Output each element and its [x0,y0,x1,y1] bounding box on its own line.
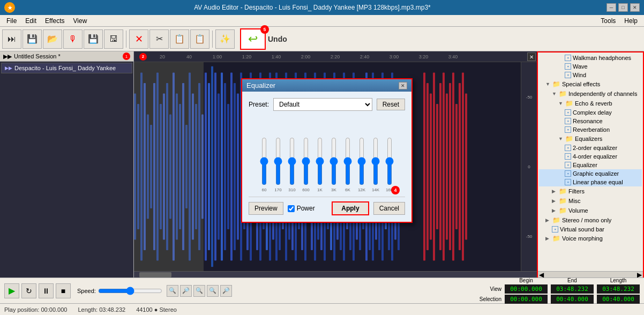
tick-300: 3:00 [379,54,409,59]
tree-item-wind[interactable]: ▪ Wind [539,71,642,79]
eq-slider-input-16k[interactable] [386,137,393,185]
tree-item-volume[interactable]: ▶ 📁 Volume [539,206,642,215]
eq-preset-select[interactable]: Default Bass Boost Treble Boost Rock Pop [273,98,372,111]
eq-slider-input-3k[interactable] [330,137,338,185]
svg-rect-26 [214,73,216,261]
apply-button[interactable]: Apply [332,201,369,215]
loop-button[interactable]: ↻ [21,283,36,298]
close-button[interactable]: ✕ [630,3,640,12]
titlebar: ★ AV Audio Editor - Despacito - Luis Fon… [0,0,644,15]
file-icon: ▪ [565,162,571,168]
svg-rect-30 [227,104,229,229]
tree-item-wave[interactable]: ▪ Wave [539,62,642,71]
tree-item-walkman[interactable]: ▪ Walkman headphones [539,54,642,62]
minimize-button[interactable]: ─ [606,3,616,12]
tree-item-virtual-sound-bar[interactable]: ▪ Virtual sound bar [539,225,642,234]
menu-view[interactable]: View [69,16,92,26]
tree-item-graphic-eq[interactable]: ▪ Graphic equalizer [539,169,642,178]
svg-rect-23 [205,73,207,261]
tree-item-2order[interactable]: ▪ 2-order equalizer [539,144,642,152]
waveform-scrollbar[interactable] [134,271,537,278]
tree-label: Wave [573,63,588,70]
tb-skip-forward[interactable]: ⏭ [2,29,21,49]
eq-close-button[interactable]: ✕ [399,82,407,89]
tick-220: 2:20 [320,54,350,59]
tb-record[interactable]: 🎙 [63,29,83,49]
svg-rect-29 [224,83,226,250]
speed-slider[interactable] [98,287,162,295]
tree-item-indep-channels[interactable]: ▼ 📁 Independently of channels [539,89,642,99]
eq-slider-input-600[interactable] [302,137,310,185]
tb-open[interactable]: 📂 [43,29,62,49]
power-checkbox[interactable] [288,205,295,212]
tb-save2[interactable]: 💾 [84,29,103,49]
zoom-out[interactable]: 🔎 [180,285,192,297]
play-button[interactable]: ▶ [4,283,19,298]
eq-freq-600: 600 [301,188,311,192]
maximize-button[interactable]: □ [618,3,628,12]
zoom-in[interactable]: 🔍 [167,285,178,297]
tree-item-equalizer[interactable]: ▪ Equalizer [539,161,642,169]
tb-paste[interactable]: 📋 [190,29,209,49]
tree-item-reverberation[interactable]: ▪ Reverberation [539,125,642,134]
folder-icon: 📁 [559,207,567,214]
eq-slider-310: 310 [287,137,297,192]
tree-label: 4-order equalizer [573,153,617,160]
scroll-left-arrow[interactable]: ◀ [539,271,544,278]
eq-footer: Preview Power Apply Cancel [249,197,405,215]
waveform-area[interactable]: 2 20 40 1:00 1:20 1:40 2:00 2:20 2:40 3:… [134,51,537,278]
menu-help[interactable]: Help [620,16,642,26]
tree-item-voice-morphing[interactable]: ▶ 📁 Voice morphing [539,234,642,243]
tree-item-linear-phase[interactable]: ▪ Linear phase equal [539,178,642,186]
svg-rect-84 [423,73,425,261]
tb-cut[interactable]: ✂ [149,29,169,49]
tb-save3[interactable]: 🖫 [104,29,123,49]
menu-tools[interactable]: Tools [596,16,620,26]
eq-slider-input-12k[interactable] [358,137,365,185]
eq-freq-1k: 1K [314,188,325,192]
effects-panel-scrollbar[interactable]: ◀ ▶ [538,271,643,278]
cancel-button[interactable]: Cancel [373,202,405,215]
eq-slider-input-170[interactable] [274,137,282,185]
tree-item-special-effects[interactable]: ▼ 📁 Special effects [539,79,642,89]
tree-item-stereo-mono[interactable]: ▶ 📁 Stereo / mono only [539,215,642,225]
track-item[interactable]: ▶▶ Despacito - Luis Fonsi_ Daddy Yankee [1,63,132,73]
menu-file[interactable]: File [2,16,21,26]
zoom-reset[interactable]: 🔍 [193,285,205,297]
tree-item-equalizers[interactable]: ▼ 📁 Equalizers [539,134,642,144]
folder-icon: 📁 [559,197,567,205]
waveform-close[interactable]: ✕ [527,52,536,61]
scrollbar-thumb[interactable] [139,272,171,278]
eq-reset-button[interactable]: Reset [377,99,405,110]
eq-slider-input-310[interactable] [288,137,296,185]
stop-button[interactable]: ■ [56,283,71,298]
menu-edit[interactable]: Edit [21,16,41,26]
tree-item-4order[interactable]: ▪ 4-order equalizer [539,152,642,161]
pause-button[interactable]: ⏸ [39,283,54,298]
tb-save[interactable]: 💾 [23,29,42,49]
toolbar: ⏭ 💾 📂 🎙 💾 🖫 ✕ ✂ 📋 📋 ✨ ↩ 5 Undo [0,27,644,51]
eq-slider-input-1k[interactable] [316,137,324,185]
tb-copy[interactable]: 📋 [170,29,189,49]
svg-rect-85 [426,83,429,250]
menu-effects[interactable]: Effects [41,16,69,26]
eq-slider-input-14k[interactable] [372,137,379,185]
folder-icon: 📁 [559,90,567,98]
expand-icon: ▼ [558,101,564,106]
preview-button[interactable]: Preview [249,202,283,215]
tree-item-complex-delay[interactable]: ▪ Complex delay [539,108,642,117]
scroll-right-arrow[interactable]: ▶ [637,271,642,278]
tree-item-misc[interactable]: ▶ 📁 Misc [539,196,642,206]
selection-row: Selection 00:00.000 00:40.000 00:40.000 [474,295,640,304]
tb-wand[interactable]: ✨ [215,29,235,49]
zoom-sel[interactable]: 🔎 [220,285,232,297]
tree-item-filters[interactable]: ▶ 📁 Filters [539,186,642,196]
eq-slider-input-6k[interactable] [344,137,351,185]
tree-label: Linear phase equal [573,179,623,185]
tree-item-echo-reverb[interactable]: ▼ 📁 Echo & reverb [539,99,642,108]
zoom-fit[interactable]: 🔍 [207,285,219,297]
eq-slider-input-60[interactable] [260,137,268,185]
tb-delete[interactable]: ✕ [129,29,148,49]
tree-label: Walkman headphones [573,55,631,61]
tree-item-resonance[interactable]: ▪ Resonance [539,117,642,125]
